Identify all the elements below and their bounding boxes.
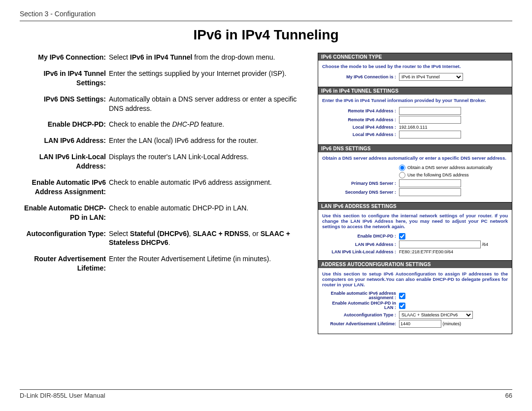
def-desc: Select IPv6 in IPv4 Tunnel from the drop…	[109, 53, 313, 62]
remote-ipv6-input[interactable]	[399, 116, 461, 124]
my-ipv6-conn-label: My IPv6 Connection is :	[322, 75, 399, 79]
def-desc: Enter the settings supplied by your Inte…	[109, 69, 313, 88]
remote-ipv4-input[interactable]	[399, 107, 461, 115]
tunnel-blurb: Enter the IPv6 in IPv4 Tunnel informatio…	[322, 98, 508, 103]
page-title: IPv6 in IPv4 Tunneling	[20, 27, 512, 43]
ipv6-settings-panel: IPv6 CONNECTION TYPE Choose the mode to …	[318, 53, 512, 334]
footer-manual-title: D-Link DIR-855L User Manual	[20, 392, 105, 399]
lan-blurb: Use this section to configure the intern…	[322, 213, 508, 229]
def-desc: Check to enable automatic DHCP-PD in LAN…	[109, 204, 313, 222]
enable-dhcp-pd-label: Enable DHCP-PD :	[322, 234, 399, 239]
def-term: Enable Automatic IPv6 Address Assignment…	[20, 178, 109, 197]
section-header-tunnel: IPv6 in IPv4 TUNNEL SETTINGS	[318, 87, 512, 95]
remote-ipv4-label: Remote IPv4 Address :	[322, 109, 399, 113]
primary-dns-input[interactable]	[399, 179, 461, 187]
local-ipv4-label: Local IPv4 Address :	[322, 125, 399, 130]
ra-lifetime-units: (minutes)	[443, 321, 462, 326]
dns-radio-auto-label: Obtain a DNS server address automaticall…	[407, 165, 493, 170]
def-term: LAN IPv6 Link-Local Address:	[20, 152, 109, 171]
page-footer: D-Link DIR-855L User Manual 66	[20, 389, 512, 399]
content-row: My IPv6 Connection:Select IPv6 in IPv4 T…	[20, 53, 512, 334]
def-desc: Displays the router's LAN Link-Local Add…	[109, 152, 313, 171]
local-ipv6-label: Local IPv6 Address :	[322, 133, 399, 137]
def-desc: Check to enable the DHC-PD feature.	[109, 120, 313, 129]
footer-page-number: 66	[505, 392, 512, 399]
autoconf-type-select[interactable]: SLAAC + Stateless DHCPv6	[399, 311, 473, 319]
secondary-dns-input[interactable]	[399, 188, 461, 196]
auto-assign-checkbox[interactable]	[399, 293, 405, 299]
local-ipv4-value: 192.168.0.111	[399, 125, 508, 130]
dns-radio-manual[interactable]: Use the following DNS address	[399, 172, 469, 177]
lan-ipv6-addr-input[interactable]	[399, 240, 481, 248]
def-term: IPv6 in IPv4 Tunnel Settings:	[20, 69, 109, 88]
auto-dhcppd-lan-checkbox[interactable]	[399, 303, 405, 309]
def-desc: Enter the LAN (local) IPv6 address for t…	[109, 136, 313, 145]
primary-dns-label: Primary DNS Server :	[322, 181, 399, 186]
secondary-dns-label: Secondary DNS Server :	[322, 190, 399, 195]
autoconf-blurb: Use this section to setup IPv6 Autoconfi…	[322, 271, 508, 287]
lan-ipv6-suffix: /64	[482, 242, 489, 247]
lan-linklocal-value: FE80::218:E7FF:FE00:0/64	[399, 249, 508, 254]
enable-dhcp-pd-checkbox[interactable]	[399, 233, 405, 240]
section-heading: Section 3 - Configuration	[20, 10, 512, 21]
remote-ipv6-label: Remote IPv6 Address :	[322, 118, 399, 122]
local-ipv6-input[interactable]	[399, 131, 461, 138]
autoconf-type-label: Autoconfiguration Type :	[322, 313, 399, 317]
def-term: Enable DHCP-PD:	[20, 120, 109, 129]
lan-linklocal-label: LAN IPv6 Link-Local Address :	[322, 250, 399, 254]
dns-radio-auto[interactable]: Obtain a DNS server address automaticall…	[399, 165, 493, 170]
dns-radio-manual-label: Use the following DNS address	[407, 172, 469, 177]
section-header-autoconf: ADDRESS AUTOCONFIGURATION SETTINGS	[318, 260, 512, 268]
def-desc: Enter the Router Advertisement Lifetime …	[109, 254, 313, 273]
def-term: IPv6 DNS Settings:	[20, 95, 109, 113]
conn-type-blurb: Choose the mode to be used by the router…	[322, 64, 508, 69]
definitions: My IPv6 Connection:Select IPv6 in IPv4 T…	[20, 53, 313, 334]
my-ipv6-conn-select[interactable]: IPv6 in IPv4 Tunnel	[399, 73, 463, 81]
def-term: Enable Automatic DHCP-PD in LAN:	[20, 204, 109, 222]
section-header-dns: IPv6 DNS SETTINGS	[318, 144, 512, 152]
def-desc: Select Stateful (DHCPv6), SLAAC + RDNSS,…	[109, 229, 313, 248]
section-header-lan: LAN IPv6 ADDRESS SETTINGS	[318, 202, 512, 210]
def-term: LAN IPv6 Address:	[20, 136, 109, 145]
def-desc: Check to enable automatic IPv6 address a…	[109, 178, 313, 197]
section-header-conn-type: IPv6 CONNECTION TYPE	[318, 53, 512, 61]
def-desc: Automatically obtain a DNS server addres…	[109, 95, 313, 113]
lan-ipv6-addr-label: LAN IPv6 Address :	[322, 242, 399, 247]
dns-blurb: Obtain a DNS server address automaticall…	[322, 155, 508, 161]
auto-assign-label: Enable automatic IPv6 address assignment…	[322, 291, 399, 300]
def-term: My IPv6 Connection:	[20, 53, 109, 62]
ra-lifetime-input[interactable]	[399, 320, 441, 328]
ra-lifetime-label: Router Advertisement Lifetime:	[322, 322, 399, 326]
def-term: Router Advertisement Lifetime:	[20, 254, 109, 273]
def-term: Autoconfiguration Type:	[20, 229, 109, 248]
auto-dhcppd-lan-label: Enable Automatic DHCP-PD in LAN :	[322, 301, 399, 310]
